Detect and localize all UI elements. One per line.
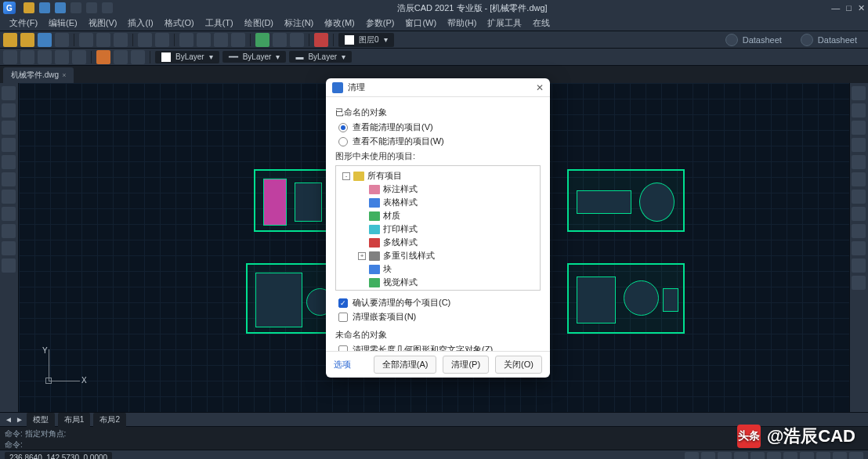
explode-tool-icon[interactable] — [852, 276, 866, 290]
ortho-toggle[interactable] — [718, 452, 732, 460]
menu-view[interactable]: 视图(V) — [84, 16, 122, 31]
check-zero-length[interactable]: 清理零长度几何图形和空文字对象(Z) — [338, 344, 541, 351]
grid-toggle[interactable] — [701, 452, 715, 460]
model-toggle[interactable] — [800, 452, 814, 460]
offset-tool-icon[interactable] — [852, 224, 866, 238]
zoom-window-icon[interactable] — [214, 33, 228, 47]
tree-node[interactable]: 材质 — [339, 209, 537, 222]
point-tool-icon[interactable] — [2, 258, 16, 273]
erase-tool-icon[interactable] — [852, 258, 866, 273]
circle-tool-icon[interactable] — [2, 121, 16, 135]
layout2-tab[interactable]: 布局2 — [93, 413, 126, 427]
mirror-tool-icon[interactable] — [852, 155, 866, 169]
minimize-button[interactable]: — — [831, 3, 840, 13]
qp-toggle[interactable] — [833, 452, 847, 460]
help-icon[interactable] — [314, 33, 328, 47]
menu-help[interactable]: 帮助(H) — [443, 16, 481, 31]
text-tool-icon[interactable] — [2, 224, 16, 238]
dialog-close-icon[interactable]: ✕ — [536, 82, 544, 93]
color-combo[interactable]: ByLayer▾ — [155, 51, 219, 63]
spline-tool-icon[interactable] — [2, 190, 16, 204]
tool-palette-icon[interactable] — [290, 33, 304, 47]
menu-file[interactable]: 文件(F) — [5, 16, 42, 31]
menu-online[interactable]: 在线 — [528, 16, 555, 31]
polar-toggle[interactable] — [734, 452, 748, 460]
save-icon[interactable] — [38, 33, 52, 47]
hatch-icon[interactable] — [96, 50, 110, 64]
pan-icon[interactable] — [179, 33, 193, 47]
saveas-icon[interactable] — [55, 33, 69, 47]
tree-node[interactable]: -所有项目 — [339, 169, 537, 183]
tree-toggle-icon[interactable]: + — [358, 252, 366, 260]
menu-edit[interactable]: 编辑(E) — [44, 16, 82, 31]
check-nested[interactable]: 清理嵌套项目(N) — [338, 311, 541, 323]
snap-toggle[interactable] — [685, 452, 699, 460]
purge-all-button[interactable]: 全部清理(A) — [374, 356, 437, 374]
datasheet-link-2[interactable]: Datasheet — [793, 32, 865, 48]
extend-tool-icon[interactable] — [852, 190, 866, 204]
lineweight-combo[interactable]: ▬ByLayer▾ — [289, 51, 352, 63]
tree-node[interactable]: 标注样式 — [339, 183, 537, 196]
tab-prev-icon[interactable]: ◄ — [5, 415, 13, 424]
menu-format[interactable]: 格式(O) — [160, 16, 199, 31]
datasheet-link-1[interactable]: Datasheet — [718, 32, 790, 48]
tree-node[interactable]: 块 — [339, 262, 537, 276]
linetype-combo[interactable]: ━━ByLayer▾ — [222, 51, 287, 63]
tree-node[interactable]: 表格样式 — [339, 196, 537, 209]
rectangle-icon[interactable] — [72, 50, 86, 64]
zoom-extents-icon[interactable] — [231, 33, 245, 47]
qat-open-icon[interactable] — [39, 2, 50, 13]
layer-combo[interactable]: 图层0▾ — [338, 33, 394, 47]
menu-ext[interactable]: 扩展工具 — [483, 16, 526, 31]
options-link[interactable]: 选项 — [334, 359, 351, 370]
layout1-tab[interactable]: 布局1 — [58, 413, 91, 427]
rect-tool-icon[interactable] — [2, 155, 16, 169]
line-icon[interactable] — [3, 50, 17, 64]
pline-tool-icon[interactable] — [2, 103, 16, 117]
arc-tool-icon[interactable] — [2, 138, 16, 152]
tree-toggle-icon[interactable]: - — [342, 172, 350, 180]
tab-close-icon[interactable]: × — [62, 71, 66, 79]
block-tool-icon[interactable] — [2, 241, 16, 255]
qat-redo-icon[interactable] — [86, 2, 97, 13]
scale-tool-icon[interactable] — [852, 138, 866, 152]
trim-tool-icon[interactable] — [852, 172, 866, 186]
polyline-icon[interactable] — [20, 50, 34, 64]
cut-icon[interactable] — [79, 33, 93, 47]
qat-print-icon[interactable] — [102, 2, 113, 13]
paste-icon[interactable] — [114, 33, 128, 47]
circle-icon[interactable] — [38, 50, 52, 64]
design-center-icon[interactable] — [273, 33, 287, 47]
tree-node[interactable]: 视觉样式 — [339, 276, 537, 289]
menu-modify[interactable]: 修改(M) — [320, 16, 360, 31]
tree-node[interactable]: +多重引线样式 — [339, 249, 537, 262]
qat-new-icon[interactable] — [24, 2, 34, 13]
osnap-toggle[interactable] — [750, 452, 765, 460]
open-icon[interactable] — [20, 33, 34, 47]
zoom-icon[interactable] — [197, 33, 211, 47]
qat-save-icon[interactable] — [55, 2, 66, 13]
radio-not-purgeable[interactable]: 查看不能清理的项目(W) — [338, 136, 541, 147]
tree-node[interactable]: 打印样式 — [339, 222, 537, 236]
copy-tool-icon[interactable] — [852, 103, 866, 117]
qat-undo-icon[interactable] — [71, 2, 81, 13]
arc-icon[interactable] — [55, 50, 69, 64]
document-tab[interactable]: 机械零件.dwg × — [3, 67, 74, 83]
ellipse-tool-icon[interactable] — [2, 172, 16, 186]
sc-toggle[interactable] — [849, 452, 863, 460]
copy-icon[interactable] — [96, 33, 110, 47]
radio-purgeable[interactable]: 查看能清理的项目(V) — [338, 121, 541, 133]
otrack-toggle[interactable] — [767, 452, 781, 460]
maximize-button[interactable]: □ — [846, 3, 852, 13]
check-confirm[interactable]: ✓ 确认要清理的每个项目(C) — [338, 297, 541, 309]
fillet-tool-icon[interactable] — [852, 207, 866, 221]
model-tab[interactable]: 模型 — [27, 413, 55, 427]
dimension-icon[interactable] — [131, 50, 145, 64]
move-tool-icon[interactable] — [852, 86, 866, 100]
menu-parametric[interactable]: 参数(P) — [361, 16, 400, 31]
close-button[interactable]: 关闭(O) — [495, 356, 542, 374]
tab-next-icon[interactable]: ► — [16, 415, 24, 424]
text-icon[interactable] — [114, 50, 128, 64]
purge-tree[interactable]: -所有项目标注样式表格样式材质打印样式多线样式+多重引线样式块视觉样式图层+文字… — [335, 165, 541, 291]
properties-icon[interactable] — [255, 33, 269, 47]
